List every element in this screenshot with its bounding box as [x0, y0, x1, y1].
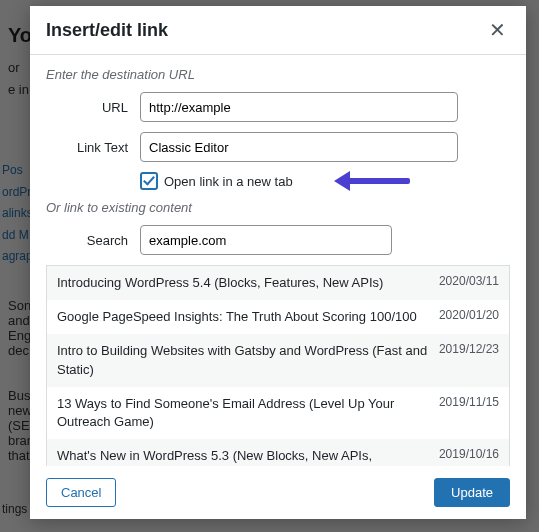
open-newtab-row: Open link in a new tab [46, 172, 510, 190]
update-button[interactable]: Update [434, 478, 510, 507]
result-title: Google PageSpeed Insights: The Truth Abo… [57, 308, 429, 326]
open-newtab-checkbox[interactable] [140, 172, 158, 190]
search-result-item[interactable]: What's New in WordPress 5.3 (New Blocks,… [47, 439, 509, 466]
url-row: URL [46, 92, 510, 122]
result-date: 2020/03/11 [439, 274, 499, 288]
linktext-row: Link Text [46, 132, 510, 162]
result-title: Introducing WordPress 5.4 (Blocks, Featu… [57, 274, 429, 292]
modal-header: Insert/edit link ✕ [30, 6, 526, 55]
url-label: URL [46, 100, 140, 115]
result-title: 13 Ways to Find Someone's Email Address … [57, 395, 429, 431]
result-date: 2019/12/23 [439, 342, 499, 356]
existing-content-hint: Or link to existing content [46, 200, 510, 215]
result-date: 2019/11/15 [439, 395, 499, 409]
open-newtab-label[interactable]: Open link in a new tab [164, 174, 293, 189]
modal-body: Enter the destination URL URL Link Text … [30, 55, 526, 466]
cancel-button[interactable]: Cancel [46, 478, 116, 507]
search-result-item[interactable]: Intro to Building Websites with Gatsby a… [47, 334, 509, 386]
result-title: What's New in WordPress 5.3 (New Blocks,… [57, 447, 429, 466]
insert-link-modal: Insert/edit link ✕ Enter the destination… [30, 6, 526, 519]
modal-footer: Cancel Update [30, 466, 526, 519]
url-input[interactable] [140, 92, 458, 122]
result-date: 2020/01/20 [439, 308, 499, 322]
result-title: Intro to Building Websites with Gatsby a… [57, 342, 429, 378]
linktext-label: Link Text [46, 140, 140, 155]
destination-url-hint: Enter the destination URL [46, 67, 510, 82]
search-input[interactable] [140, 225, 392, 255]
search-label: Search [46, 233, 140, 248]
search-result-item[interactable]: 13 Ways to Find Someone's Email Address … [47, 387, 509, 439]
annotation-arrow-icon [334, 172, 412, 190]
result-date: 2019/10/16 [439, 447, 499, 461]
search-results: Introducing WordPress 5.4 (Blocks, Featu… [46, 265, 510, 466]
linktext-input[interactable] [140, 132, 458, 162]
search-row: Search [46, 225, 510, 255]
search-result-item[interactable]: Google PageSpeed Insights: The Truth Abo… [47, 300, 509, 334]
modal-title: Insert/edit link [46, 20, 168, 41]
close-icon[interactable]: ✕ [485, 16, 510, 44]
search-result-item[interactable]: Introducing WordPress 5.4 (Blocks, Featu… [47, 266, 509, 300]
